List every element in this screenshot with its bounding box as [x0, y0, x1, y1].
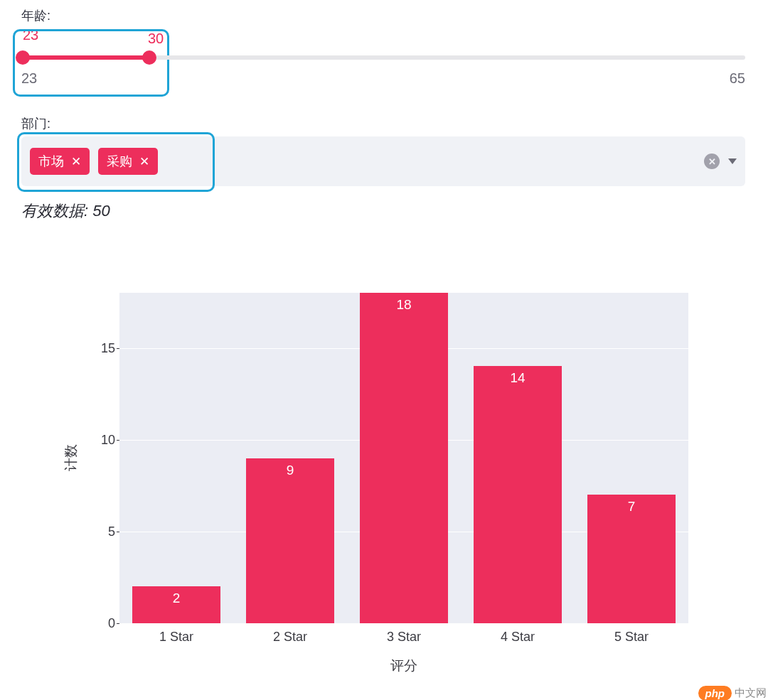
bar-value-label: 2 [132, 591, 221, 606]
bar: 9 [246, 458, 335, 624]
chip-market[interactable]: 市场 ✕ [30, 148, 90, 175]
x-tick-label: 4 Star [501, 630, 535, 645]
y-axis-title: 计数 [62, 444, 80, 471]
watermark: php 中文网 [698, 686, 767, 700]
bar-value-label: 14 [474, 370, 562, 386]
bar: 18 [360, 293, 449, 623]
age-label: 年龄: [21, 7, 747, 24]
y-tick-label: 0 [100, 616, 115, 631]
chip-label: 市场 [38, 153, 64, 170]
chip-purchasing[interactable]: 采购 ✕ [98, 148, 158, 175]
x-tick-label: 5 Star [614, 630, 649, 645]
age-range-slider[interactable]: 23 30 23 65 [21, 27, 745, 98]
clear-all-icon[interactable]: ✕ [704, 154, 720, 169]
valid-data-text: 有效数据: 50 [21, 200, 747, 222]
bar-chart: 2918147 051015 1 Star2 Star3 Star4 Star5… [50, 293, 704, 691]
age-max: 65 [730, 70, 745, 87]
bar-value-label: 7 [587, 499, 676, 515]
bar: 14 [474, 366, 562, 623]
watermark-text: 中文网 [735, 686, 767, 700]
slider-thumb-low[interactable] [16, 50, 30, 65]
y-tick-label: 10 [100, 432, 115, 447]
age-value-high: 30 [148, 31, 164, 47]
age-min: 23 [21, 70, 37, 87]
bar-value-label: 18 [360, 297, 449, 313]
slider-thumb-high[interactable] [142, 50, 156, 65]
x-axis-title: 评分 [390, 657, 417, 675]
close-icon[interactable]: ✕ [71, 156, 81, 168]
dept-label: 部门: [21, 115, 747, 132]
y-tick-label: 15 [100, 340, 115, 355]
bar: 2 [132, 586, 221, 623]
close-icon[interactable]: ✕ [139, 156, 149, 168]
chip-label: 采购 [107, 153, 132, 170]
bar-value-label: 9 [246, 463, 335, 478]
gridline [119, 623, 688, 624]
y-tick-label: 5 [100, 524, 115, 539]
x-tick-label: 2 Star [273, 630, 307, 645]
chevron-down-icon[interactable] [728, 158, 737, 164]
slider-fill [21, 55, 149, 60]
watermark-badge: php [698, 686, 732, 700]
dept-multiselect[interactable]: 市场 ✕ 采购 ✕ ✕ [21, 136, 745, 186]
x-tick-label: 3 Star [387, 630, 421, 645]
age-value-low: 23 [23, 27, 38, 43]
bar: 7 [587, 495, 676, 623]
x-tick-label: 1 Star [159, 630, 193, 645]
